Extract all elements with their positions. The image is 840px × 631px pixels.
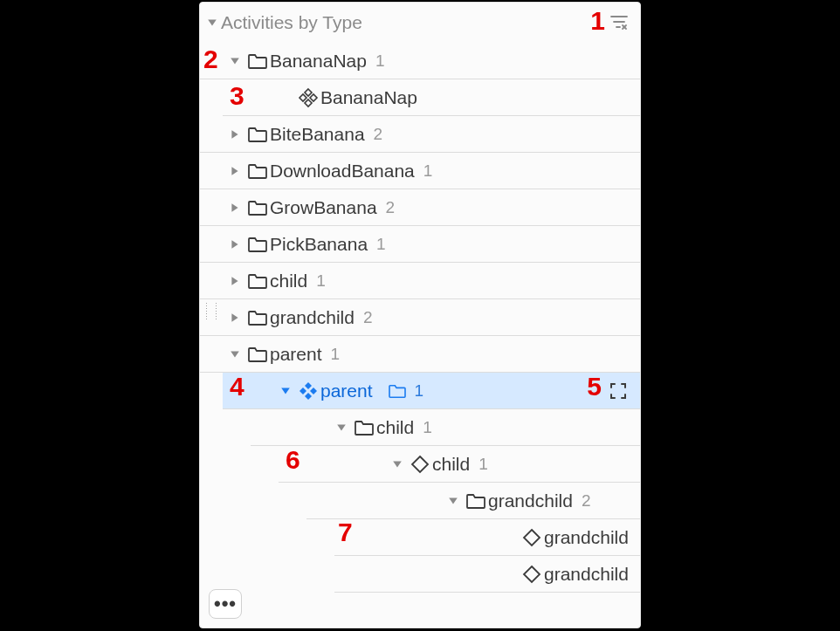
chevron-right-icon[interactable] [224,166,245,176]
folder-icon [245,52,270,70]
row-count: 1 [331,345,341,364]
chevron-right-icon[interactable] [224,312,245,323]
tree-row[interactable]: child 1 [279,446,640,483]
tree-row[interactable]: GrowBanana 2 [200,189,640,226]
row-count: 2 [374,125,383,144]
row-count: 1 [316,271,326,291]
panel-header: Activities by Type [200,3,640,43]
row-count: 1 [376,235,386,254]
row-count: 2 [363,308,373,327]
diamond-group-icon [296,87,320,108]
row-label: BananaNap [320,87,417,108]
row-label: grandchild [544,564,629,585]
focus-button[interactable] [609,381,628,401]
folder-icon [464,492,488,510]
row-label: grandchild [544,527,629,548]
folder-icon [352,419,376,436]
tree-row[interactable]: parent 1 [200,336,640,373]
diamond-icon [520,528,544,547]
row-label: BananaNap [270,51,367,72]
row-label: child [270,271,307,291]
row-label: DownloadBanana [270,161,415,182]
tree-row[interactable]: DownloadBanana 1 [200,153,640,189]
tree-row[interactable]: BananaNap 1 [200,43,640,79]
diamond-group-icon [296,381,320,401]
clear-filter-button[interactable] [609,12,630,33]
section-disclosure[interactable] [203,17,221,28]
row-count: 1 [479,455,488,474]
tree-row[interactable]: child 1 [200,263,640,299]
tree: BananaNap 1 BananaNap BiteBanana 2 Downl… [200,43,640,593]
panel-title: Activities by Type [221,12,609,33]
row-count: 1 [423,418,432,437]
folder-icon [245,309,270,326]
row-label: child [376,417,414,438]
chevron-right-icon[interactable] [224,276,245,286]
row-label: parent [270,344,322,365]
tree-row[interactable]: BananaNap [223,79,640,116]
tree-row[interactable]: grandchild [334,556,640,593]
row-label: BiteBanana [270,124,365,145]
folder-icon [245,236,270,253]
row-label: parent [320,381,373,401]
tree-row[interactable]: grandchild [334,519,640,556]
folder-icon [385,383,410,399]
row-label: grandchild [270,307,355,328]
folder-icon [245,126,270,143]
chevron-down-icon[interactable] [443,496,464,506]
diamond-icon [520,565,544,584]
row-count: 1 [415,381,424,401]
row-label: GrowBanana [270,197,377,218]
row-count: 2 [386,198,396,217]
chevron-down-icon[interactable] [387,459,408,470]
row-count: 1 [375,51,385,71]
folder-icon [245,199,270,216]
chevron-right-icon[interactable] [224,129,245,140]
diamond-icon [408,455,432,474]
chevron-right-icon[interactable] [224,239,245,250]
chevron-right-icon[interactable] [224,202,245,213]
chevron-down-icon[interactable] [224,56,245,66]
row-count: 1 [423,161,433,181]
tree-row[interactable]: child 1 [251,409,640,446]
tree-row[interactable]: grandchild 2 [200,299,640,336]
chevron-down-icon[interactable] [224,349,245,360]
activities-panel: 1 2 3 4 5 6 7 ⋮⋮⋮⋮⋮⋮ Activities by Type … [199,2,641,628]
chevron-down-icon[interactable] [275,386,296,396]
row-count: 2 [582,491,591,511]
row-label: grandchild [488,490,573,511]
chevron-down-icon[interactable] [331,422,352,433]
folder-icon [245,162,270,180]
row-label: child [432,454,470,475]
more-button[interactable]: ••• [209,589,242,619]
row-label: PickBanana [270,234,368,255]
tree-row[interactable]: BiteBanana 2 [200,116,640,153]
tree-row[interactable]: grandchild 2 [306,483,640,519]
folder-icon [245,346,270,363]
tree-row-selected[interactable]: parent 1 [223,373,640,409]
tree-row[interactable]: PickBanana 1 [200,226,640,263]
folder-icon [245,272,270,290]
